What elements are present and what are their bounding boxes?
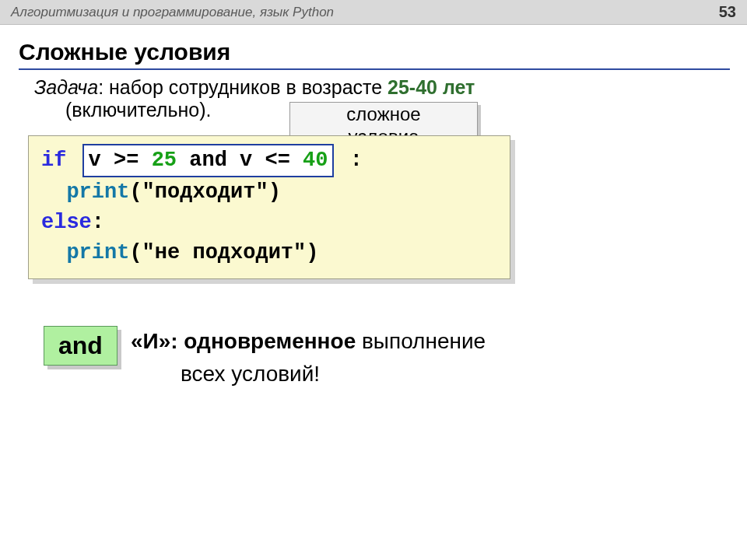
cond-mid: and v <= (177, 149, 303, 172)
slide-header: Алгоритмизация и программирование, язык … (0, 0, 747, 25)
explain-1a: «И»: (131, 329, 178, 353)
cond-n2: 40 (303, 149, 328, 172)
callout-line1: сложное (290, 103, 477, 126)
code-box: if v >= 25 and v <= 40 : print("подходит… (28, 135, 510, 279)
explain-2: всех условий! (181, 362, 320, 386)
str1: ("подходит") (129, 180, 280, 204)
and-explanation: «И»: одновременное выполнение всех услов… (131, 325, 660, 390)
slide-title: Сложные условия (19, 39, 730, 70)
fn-print1: print (66, 180, 129, 204)
explain-1c: выполнение (356, 329, 486, 353)
str2: ("не подходит") (129, 241, 318, 264)
code-line-4: print("не подходит") (41, 238, 497, 268)
condition-box: v >= 25 and v <= 40 (82, 144, 335, 177)
cond-pre: v >= (89, 149, 152, 172)
explain-1b: одновременное (178, 329, 356, 353)
colon1: : (350, 149, 363, 172)
kw-if: if (41, 149, 66, 172)
task-ages: 25-40 лет (388, 76, 475, 98)
cond-n1: 25 (152, 149, 177, 172)
header-title: Алгоритмизация и программирование, язык … (11, 5, 334, 20)
page-number: 53 (719, 3, 736, 21)
and-keyword-box: and (44, 326, 117, 366)
fn-print2: print (66, 241, 129, 264)
kw-else: else (41, 211, 92, 234)
task-part1: : набор сотрудников в возрасте (98, 76, 388, 98)
code-line-2: print("подходит") (41, 177, 497, 208)
colon2: : (92, 211, 104, 234)
task-label: Задача (34, 76, 98, 98)
code-line-3: else: (41, 208, 497, 238)
code-line-1: if v >= 25 and v <= 40 : (41, 144, 497, 177)
task-part2: (включительно). (65, 99, 211, 121)
